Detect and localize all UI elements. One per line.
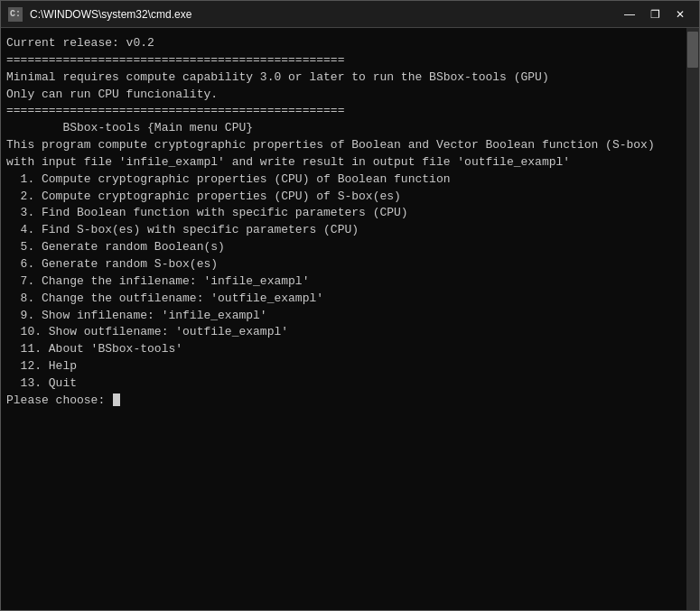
console-line: ========================================…	[6, 52, 694, 69]
console-line: 5. Generate random Boolean(s)	[6, 239, 694, 256]
console-line: Current release: v0.2	[6, 35, 694, 52]
console-line: 6. Generate random S-box(es)	[6, 256, 694, 273]
console-line: 1. Compute cryptographic properties (CPU…	[6, 171, 694, 189]
console-line: Please choose:	[6, 393, 694, 410]
console-line: BSbox-tools {Main menu CPU}	[6, 120, 694, 137]
window-title: C:\WINDOWS\system32\cmd.exe	[30, 8, 618, 21]
console-line: 13. Quit	[6, 375, 694, 393]
cmd-window: C: C:\WINDOWS\system32\cmd.exe — ❐ ✕ Cur…	[0, 0, 700, 611]
console-line: with input file 'infile_exampl' and writ…	[6, 154, 694, 171]
console-line: Only can run CPU funcionality.	[6, 87, 694, 104]
scrollbar[interactable]	[686, 28, 699, 610]
close-button[interactable]: ✕	[668, 5, 692, 23]
console-line: 4. Find S-box(es) with specific paramete…	[6, 222, 694, 239]
console-area[interactable]: Current release: v0.2===================…	[1, 28, 699, 610]
icon-label: C:	[10, 9, 21, 19]
console-line: 12. Help	[6, 358, 694, 375]
scrollbar-thumb[interactable]	[687, 32, 698, 68]
console-line: 10. Show outfilename: 'outfile_exampl'	[6, 324, 694, 341]
window-controls: — ❐ ✕	[618, 5, 692, 23]
restore-button[interactable]: ❐	[643, 5, 667, 23]
console-content: Current release: v0.2===================…	[6, 35, 694, 603]
console-line: 7. Change the infilename: 'infile_exampl…	[6, 273, 694, 291]
console-line: Minimal requires compute capability 3.0 …	[6, 69, 694, 87]
window-icon: C:	[8, 7, 23, 22]
console-line: 8. Change the outfilename: 'outfile_exam…	[6, 291, 694, 308]
cursor-blink	[113, 393, 120, 406]
console-line: ========================================…	[6, 103, 694, 120]
console-line: This program compute cryptographic prope…	[6, 137, 694, 154]
console-line: 11. About 'BSbox-tools'	[6, 341, 694, 358]
minimize-button[interactable]: —	[618, 5, 641, 23]
console-line: 9. Show infilename: 'infile_exampl'	[6, 308, 694, 325]
console-line: 2. Compute cryptographic properties (CPU…	[6, 189, 694, 206]
console-line: 3. Find Boolean function with specific p…	[6, 205, 694, 222]
title-bar: C: C:\WINDOWS\system32\cmd.exe — ❐ ✕	[1, 1, 699, 28]
